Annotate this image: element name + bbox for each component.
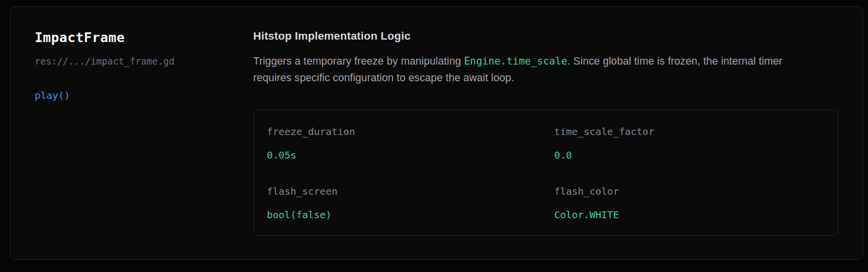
parameter-cell-time-scale-factor: time_scale_factor 0.0 bbox=[554, 126, 825, 161]
play-method-link[interactable]: play() bbox=[35, 89, 70, 102]
parameter-value: 0.05s bbox=[267, 149, 554, 161]
parameter-cell-freeze-duration: freeze_duration 0.05s bbox=[267, 126, 554, 161]
parameters-panel: freeze_duration 0.05s time_scale_factor … bbox=[254, 110, 838, 236]
description-text-2: . Since global time is frozen, the inter… bbox=[567, 55, 782, 67]
impact-frame-card: ImpactFrame res://.../impact_frame.gd pl… bbox=[10, 6, 863, 260]
description-text-1: Triggers a temporary freeze by manipulat… bbox=[253, 55, 464, 67]
parameter-cell-flash-color: flash_color Color.WHITE bbox=[554, 185, 825, 221]
resource-path: res://.../impact_frame.gd bbox=[35, 55, 174, 68]
inline-code-engine-time-scale: Engine.time_scale bbox=[464, 55, 567, 67]
parameter-cell-flash-screen: flash_screen bool(false) bbox=[267, 185, 554, 221]
doc-description: Triggers a temporary freeze by manipulat… bbox=[253, 53, 840, 86]
parameter-value: Color.WHITE bbox=[554, 209, 825, 221]
parameter-name: freeze_duration bbox=[267, 126, 554, 137]
parameter-value: bool(false) bbox=[267, 209, 554, 221]
class-name-title: ImpactFrame bbox=[35, 29, 125, 45]
parameter-name: flash_color bbox=[554, 185, 825, 197]
parameter-name: time_scale_factor bbox=[554, 126, 825, 137]
description-text-3: requires specific configuration to escap… bbox=[253, 72, 514, 84]
parameter-name: flash_screen bbox=[267, 185, 554, 197]
parameter-value: 0.0 bbox=[554, 149, 825, 161]
doc-heading: Hitstop Implementation Logic bbox=[253, 29, 411, 43]
